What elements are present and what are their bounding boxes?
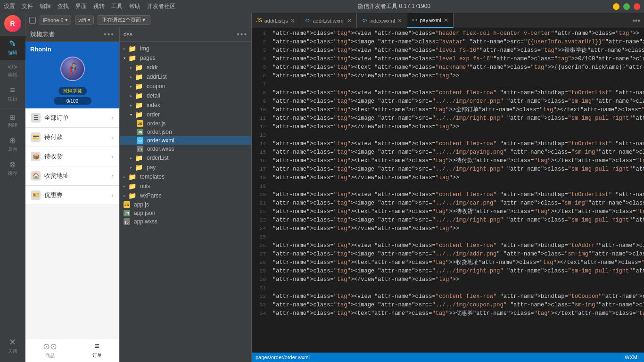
sidebar-item-cache[interactable]: ⊗ 缓存	[0, 156, 25, 181]
file-tree-content: ▸📁img▾📁pages▸📁addr▸📁addrList▸📁coupon▸📁de…	[120, 42, 251, 362]
code-line-28[interactable]: "attr-name">class="tag"><text"attr-name"…	[272, 258, 644, 267]
code-line-19[interactable]	[272, 182, 644, 190]
tabs-more-button[interactable]: •••	[628, 16, 644, 25]
code-line-8[interactable]: "attr-name">class="tag"><view "attr-name…	[272, 89, 644, 97]
menu-item-file[interactable]: 文件	[22, 2, 33, 10]
code-line-3[interactable]: "attr-name">class="tag"><view "attr-name…	[272, 46, 644, 55]
maximize-button[interactable]	[623, 3, 630, 10]
sidebar-item-translate[interactable]: ⊞ 翻译	[0, 110, 25, 132]
menu-item-settings[interactable]: 设置	[4, 2, 15, 10]
code-line-18[interactable]: "attr-name">class="tag"></view"attr-name…	[272, 173, 644, 182]
tree-item-pages[interactable]: ▾📁pages	[120, 53, 251, 63]
tab-pay_wxml[interactable]: <>pay.wxml✕	[407, 13, 454, 28]
tree-item-order_wxss[interactable]: { }order.wxss	[120, 145, 251, 153]
tree-item-order[interactable]: ▾📁order	[120, 110, 251, 119]
tree-item-order_json[interactable]: JNorder.json	[120, 128, 251, 136]
tree-item-coupon[interactable]: ▸📁coupon	[120, 82, 251, 91]
code-line-33[interactable]: "attr-name">class="tag"><image "attr-nam…	[272, 301, 644, 309]
code-line-2[interactable]: "attr-name">class="tag"><image "attr-nam…	[272, 38, 644, 46]
tab-close-button[interactable]: ✕	[290, 17, 295, 24]
menu-item-find[interactable]: 查找	[58, 2, 69, 10]
code-line-24[interactable]: "attr-name">class="tag"></view"attr-name…	[272, 224, 644, 233]
code-line-34[interactable]: "attr-name">class="tag"><text"attr-name"…	[272, 309, 644, 318]
code-line-14[interactable]: "attr-name">class="tag"><view "attr-name…	[272, 140, 644, 148]
code-line-20[interactable]: "attr-name">class="tag"><view "attr-name…	[272, 190, 644, 199]
code-content[interactable]: "attr-name">class="tag"><view "attr-name…	[269, 28, 644, 353]
phone-menu-item-pending-payment[interactable]: 💳 待付款 ›	[25, 128, 119, 147]
code-line-13[interactable]	[272, 131, 644, 140]
code-line-6[interactable]: "attr-name">class="tag"></view"attr-name…	[272, 72, 644, 80]
tree-item-index[interactable]: ▸📁index	[120, 100, 251, 110]
code-line-23[interactable]: "attr-name">class="tag"><image "attr-nam…	[272, 216, 644, 224]
code-line-5[interactable]: "attr-name">class="tag"><text "attr-name…	[272, 63, 644, 72]
menu-item-edit[interactable]: 编辑	[40, 2, 51, 10]
phone-more-dots[interactable]: •••	[104, 30, 115, 39]
code-line-22[interactable]: "attr-name">class="tag"><text"attr-name"…	[272, 207, 644, 216]
code-line-27[interactable]: "attr-name">class="tag"><image "attr-nam…	[272, 250, 644, 258]
line-number-13: 13	[252, 131, 266, 140]
sidebar-item-debug[interactable]: </> 调试	[0, 60, 25, 82]
code-line-29[interactable]: "attr-name">class="tag"><image "attr-nam…	[272, 267, 644, 275]
phone-bottom-orders[interactable]: ≡ 订单	[92, 341, 102, 359]
code-line-21[interactable]: "attr-name">class="tag"><image "attr-nam…	[272, 199, 644, 207]
tab-addrList_wxml[interactable]: <>addrList.wxml✕	[300, 13, 357, 28]
tab-index_wxml[interactable]: <>index.wxml✕	[357, 13, 407, 28]
code-line-7[interactable]	[272, 80, 644, 89]
menu-item-interface[interactable]: 界面	[75, 2, 87, 10]
user-avatar[interactable]: R	[4, 15, 21, 32]
menu-item-help[interactable]: 帮助	[129, 2, 140, 10]
tree-item-detail[interactable]: ▸📁detail	[120, 91, 251, 100]
device-selector[interactable]: iPhone 6 ▾	[40, 16, 71, 25]
code-line-17[interactable]: "attr-name">class="tag"><image "attr-nam…	[272, 165, 644, 173]
file-tree-more[interactable]: •••	[237, 30, 248, 39]
tree-item-addrList[interactable]: ▸📁addrList	[120, 72, 251, 82]
code-line-32[interactable]: "attr-name">class="tag"><view "attr-name…	[272, 292, 644, 301]
sidebar-item-backend[interactable]: ⊕ 后台	[0, 132, 25, 156]
folder-icon: 📁	[128, 45, 136, 52]
tab-close-button[interactable]: ✕	[347, 17, 352, 24]
phone-menu-item-orders[interactable]: ☰ 全部订单 ›	[25, 108, 119, 128]
phone-bottom-goods[interactable]: ⊙⊙ 商品	[43, 341, 57, 359]
tree-item-app_wxss[interactable]: { }app.wxss	[120, 217, 251, 226]
code-line-16[interactable]: "attr-name">class="tag"><text"attr-name"…	[272, 156, 644, 165]
tree-item-order_wxml[interactable]: <>order.wxml	[120, 136, 251, 145]
close-button[interactable]	[634, 3, 640, 10]
sidebar-item-project[interactable]: ≡ 项目	[0, 82, 25, 106]
code-line-31[interactable]	[272, 284, 644, 292]
code-line-30[interactable]: "attr-name">class="tag"></view"attr-name…	[272, 275, 644, 284]
phone-menu-item-coupon[interactable]: 🎫 优惠券 ›	[25, 186, 119, 205]
tab-addrList_js[interactable]: JSaddrList.js✕	[252, 13, 300, 28]
tree-item-app_json[interactable]: JNapp.json	[120, 209, 251, 217]
tree-item-orderList[interactable]: ▸📁orderList	[120, 153, 251, 163]
tree-item-templates[interactable]: ▸📁templates	[120, 172, 251, 181]
sidebar-item-close[interactable]: ✕ 关闭	[0, 334, 25, 358]
menu-item-jump[interactable]: 跳转	[93, 2, 105, 10]
minimize-button[interactable]	[613, 3, 619, 10]
sidebar-item-edit[interactable]: ✎ 编辑	[0, 36, 25, 60]
tree-item-wxParse[interactable]: ▸📁wxParse	[120, 191, 251, 200]
code-line-9[interactable]: "attr-name">class="tag"><image "attr-nam…	[272, 97, 644, 106]
code-line-25[interactable]	[272, 233, 644, 241]
tree-item-img[interactable]: ▸📁img	[120, 44, 251, 53]
code-line-15[interactable]: "attr-name">class="tag"><image "attr-nam…	[272, 148, 644, 156]
tree-item-app_js[interactable]: JSapp.js	[120, 200, 251, 209]
tab-close-button[interactable]: ✕	[397, 17, 402, 24]
code-line-1[interactable]: "attr-name">class="tag"><view "attr-name…	[272, 29, 644, 38]
code-line-12[interactable]: "attr-name">class="tag"></view"attr-name…	[272, 123, 644, 131]
tab-close-button[interactable]: ✕	[444, 17, 448, 24]
code-line-4[interactable]: "attr-name">class="tag"><view "attr-name…	[272, 55, 644, 63]
tree-item-addr[interactable]: ▸📁addr	[120, 63, 251, 72]
code-line-10[interactable]: "attr-name">class="tag"><text"attr-name"…	[272, 106, 644, 114]
network-selector[interactable]: wifi ▾	[75, 16, 94, 25]
tree-item-utils[interactable]: ▸📁utils	[120, 181, 251, 191]
tree-item-order_js[interactable]: JSorder.js	[120, 119, 251, 128]
menu-item-community[interactable]: 开发者社区	[147, 2, 175, 10]
menu-item-tools[interactable]: 工具	[111, 2, 123, 10]
phone-menu-item-pending-receive[interactable]: 📦 待收货 ›	[25, 147, 119, 166]
debug-pages-button[interactable]: 正在调试2个页面▼	[98, 15, 150, 25]
phone-menu-item-address[interactable]: 🏠 收货地址 ›	[25, 166, 119, 186]
code-line-11[interactable]: "attr-name">class="tag"><image "attr-nam…	[272, 114, 644, 123]
debug-pages-label: 正在调试2个页面▼	[102, 16, 146, 24]
tree-item-pay[interactable]: ▸📁pay	[120, 163, 251, 172]
code-line-26[interactable]: "attr-name">class="tag"><view "attr-name…	[272, 241, 644, 250]
